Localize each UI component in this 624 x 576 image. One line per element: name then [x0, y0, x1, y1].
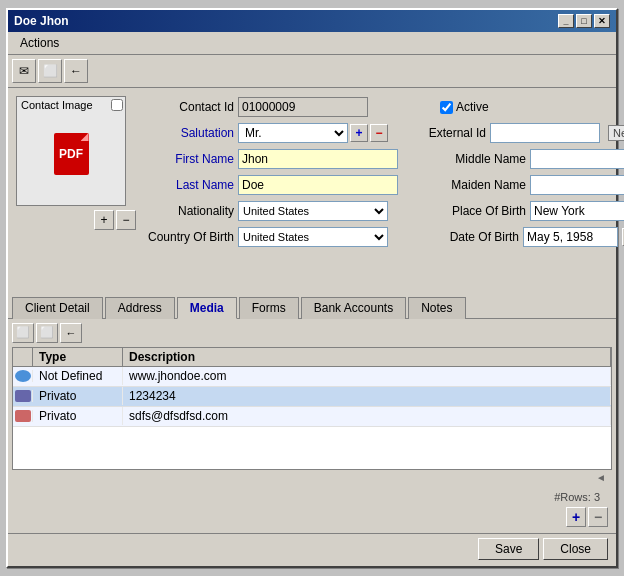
tabs-container: Client Detail Address Media Forms Bank A… [8, 296, 616, 488]
active-label: Active [456, 100, 489, 114]
email-toolbar-button[interactable]: ✉ [12, 59, 36, 83]
salutation-group: Mr. Mrs. Ms. Dr. + − [238, 123, 388, 143]
back-icon: ← [70, 64, 82, 78]
table-header: Type Description [13, 348, 611, 367]
new-badge: New [608, 125, 624, 141]
tab-content-media: ⬜ ⬜ ← Type Description Not Defined www.j… [8, 319, 616, 488]
pdf-icon: PDF [54, 133, 89, 175]
middle-name-field[interactable] [530, 149, 624, 169]
menu-bar: Actions [8, 32, 616, 55]
table-row[interactable]: Privato 1234234 [13, 387, 611, 407]
form-panel: Contact Id Active Salutation [144, 96, 624, 288]
country-of-birth-row: Country Of Birth United States Canada Un… [144, 226, 624, 248]
title-bar: Doe Jhon _ □ ✕ [8, 10, 616, 32]
back-toolbar-button[interactable]: ← [64, 59, 88, 83]
col-desc-header: Description [123, 348, 611, 366]
contact-id-row: Contact Id Active [144, 96, 624, 118]
place-of-birth-field[interactable] [530, 201, 624, 221]
image-remove-button[interactable]: − [116, 210, 136, 230]
row-desc-2: 1234234 [123, 387, 611, 405]
actions-menu[interactable]: Actions [12, 34, 67, 52]
contact-id-field [238, 97, 368, 117]
salutation-remove-button[interactable]: − [370, 124, 388, 142]
place-of-birth-label: Place Of Birth [436, 204, 526, 218]
media-table: Type Description Not Defined www.jhondoe… [12, 347, 612, 471]
external-id-field[interactable] [490, 123, 600, 143]
row-type-1: Not Defined [33, 367, 123, 385]
col-icon-header [13, 348, 33, 366]
image-controls: + − [16, 210, 136, 230]
last-name-field[interactable] [238, 175, 398, 195]
doc-icon [15, 390, 31, 402]
date-of-birth-field[interactable] [523, 227, 618, 247]
maximize-button[interactable]: □ [576, 14, 592, 28]
email-icon: ✉ [19, 64, 29, 78]
footer: Save Close [8, 533, 616, 566]
row-desc-3: sdfs@dfsdfsd.com [123, 407, 611, 425]
date-of-birth-label: Date Of Birth [429, 230, 519, 244]
remove-row-button[interactable]: − [588, 507, 608, 527]
first-name-row: First Name Middle Name [144, 148, 624, 170]
contact-image-panel: Contact Image PDF + − [16, 96, 136, 288]
salutation-add-button[interactable]: + [350, 124, 368, 142]
middle-name-label: Middle Name [436, 152, 526, 166]
tabs-header: Client Detail Address Media Forms Bank A… [8, 296, 616, 319]
minimize-button[interactable]: _ [558, 14, 574, 28]
window-title: Doe Jhon [14, 14, 69, 28]
pdf-shape: PDF [54, 133, 89, 175]
tab-client-detail[interactable]: Client Detail [12, 297, 103, 319]
tab-tool-btn-1[interactable]: ⬜ [12, 323, 34, 343]
scroll-hint: ◄ [596, 472, 608, 483]
table-row[interactable]: Privato sdfs@dfsdfsd.com [13, 407, 611, 427]
close-window-button[interactable]: ✕ [594, 14, 610, 28]
tab-bank-accounts[interactable]: Bank Accounts [301, 297, 406, 319]
tab-forms[interactable]: Forms [239, 297, 299, 319]
country-of-birth-select[interactable]: United States Canada United Kingdom [238, 227, 388, 247]
table-row[interactable]: Not Defined www.jhondoe.com [13, 367, 611, 387]
image-add-button[interactable]: + [94, 210, 114, 230]
mail-icon [15, 410, 31, 422]
save-button[interactable]: Save [478, 538, 539, 560]
active-checkbox[interactable] [440, 101, 453, 114]
salutation-label: Salutation [144, 126, 234, 140]
salutation-row: Salutation Mr. Mrs. Ms. Dr. + − External… [144, 122, 624, 144]
salutation-select[interactable]: Mr. Mrs. Ms. Dr. [238, 123, 348, 143]
nationality-select[interactable]: United States Canada United Kingdom [238, 201, 388, 221]
first-name-field[interactable] [238, 149, 398, 169]
tab-tool-btn-2[interactable]: ⬜ [36, 323, 58, 343]
tab-tool-btn-3[interactable]: ← [60, 323, 82, 343]
bottom-controls: + − [16, 507, 608, 527]
tab-notes[interactable]: Notes [408, 297, 465, 319]
pdf-corner [81, 133, 89, 141]
row-icon-cell-2 [13, 390, 33, 402]
contact-image-label: Contact Image [17, 97, 125, 113]
row-icon-cell-1 [13, 370, 33, 382]
country-of-birth-label: Country Of Birth [144, 230, 234, 244]
add-row-button[interactable]: + [566, 507, 586, 527]
print-icon: ⬜ [43, 64, 58, 78]
title-buttons: _ □ ✕ [558, 14, 610, 28]
last-name-label: Last Name [144, 178, 234, 192]
tab-media[interactable]: Media [177, 297, 237, 319]
maiden-name-field[interactable] [530, 175, 624, 195]
contact-image-checkbox[interactable] [111, 99, 123, 111]
first-name-label: First Name [144, 152, 234, 166]
row-icon-cell-3 [13, 410, 33, 422]
print-toolbar-button[interactable]: ⬜ [38, 59, 62, 83]
active-checkbox-group: Active [440, 100, 489, 114]
last-name-row: Last Name Maiden Name [144, 174, 624, 196]
row-desc-1: www.jhondoe.com [123, 367, 611, 385]
external-id-label: External Id [396, 126, 486, 140]
main-window: Doe Jhon _ □ ✕ Actions ✉ ⬜ ← Contact Ima… [6, 8, 618, 568]
nationality-row: Nationality United States Canada United … [144, 200, 624, 222]
tab-address[interactable]: Address [105, 297, 175, 319]
maiden-name-label: Maiden Name [436, 178, 526, 192]
col-type-header: Type [33, 348, 123, 366]
contact-id-label: Contact Id [144, 100, 234, 114]
row-type-2: Privato [33, 387, 123, 405]
active-row: Active [440, 96, 624, 118]
nationality-label: Nationality [144, 204, 234, 218]
table-footer: ◄ [12, 470, 612, 483]
close-button[interactable]: Close [543, 538, 608, 560]
bottom-area: #Rows: 3 + − [8, 487, 616, 533]
